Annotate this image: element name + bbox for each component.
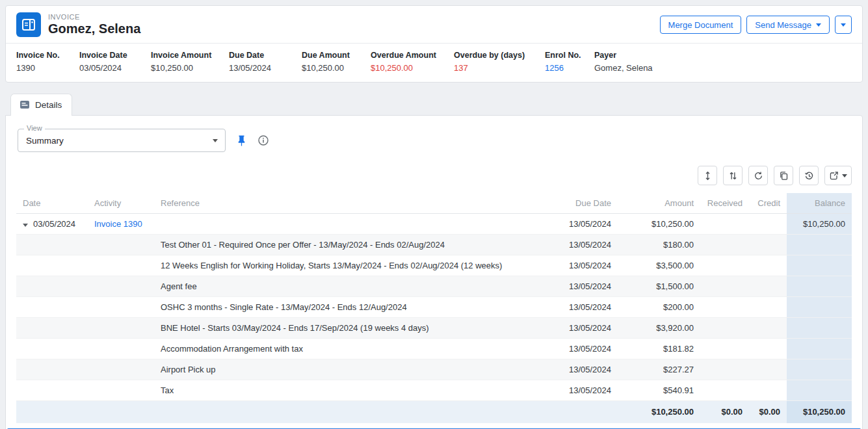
field-invoice-no: Invoice No. 1390 bbox=[16, 51, 79, 73]
collapse-all-icon bbox=[728, 171, 738, 181]
cell-credit bbox=[749, 380, 787, 401]
cell-date bbox=[16, 255, 88, 276]
view-info-button[interactable] bbox=[257, 135, 269, 146]
enrol-no-link[interactable]: 1256 bbox=[545, 63, 588, 73]
cell-date bbox=[16, 380, 88, 401]
details-form-icon bbox=[20, 99, 30, 110]
cell-amount: $3,500.00 bbox=[618, 255, 700, 276]
cell-received bbox=[700, 214, 749, 235]
cell-credit bbox=[749, 214, 787, 235]
invoice-parent-row[interactable]: 03/05/2024 Invoice 1390 13/05/2024 $10,2… bbox=[16, 214, 852, 235]
col-header-amount[interactable]: Amount bbox=[618, 193, 700, 214]
cell-due-date bbox=[540, 401, 618, 424]
col-header-received[interactable]: Received bbox=[700, 193, 749, 214]
invoice-header-card: INVOICE Gomez, Selena Merge Document Sen… bbox=[5, 5, 863, 83]
col-header-due-date[interactable]: Due Date bbox=[540, 193, 618, 214]
view-select[interactable]: View Summary bbox=[18, 129, 226, 152]
pin-view-button[interactable] bbox=[235, 135, 248, 147]
history-button[interactable] bbox=[799, 166, 819, 185]
view-row: View Summary bbox=[16, 129, 852, 152]
caret-down-icon bbox=[213, 139, 218, 142]
col-header-credit[interactable]: Credit bbox=[749, 193, 787, 214]
field-due-date: Due Date 13/05/2024 bbox=[229, 51, 302, 73]
cell-activity bbox=[88, 297, 154, 318]
collapse-all-button[interactable] bbox=[723, 166, 743, 185]
cell-credit bbox=[749, 235, 787, 255]
merge-document-label: Merge Document bbox=[668, 20, 733, 30]
entity-type-label: INVOICE bbox=[48, 13, 140, 21]
line-item-row: OSHC 3 months - Single Rate - 13/May/202… bbox=[16, 297, 852, 318]
field-label: Invoice Date bbox=[79, 51, 144, 60]
cell-amount: $540.91 bbox=[618, 380, 700, 401]
cell-activity bbox=[88, 255, 154, 276]
cell-amount: $181.82 bbox=[618, 339, 700, 359]
line-item-row: Test Other 01 - Required Once per Offer … bbox=[16, 235, 852, 255]
col-header-activity[interactable]: Activity bbox=[88, 193, 154, 214]
cell-activity bbox=[88, 235, 154, 255]
more-actions-button[interactable] bbox=[835, 16, 852, 34]
send-message-button[interactable]: Send Message bbox=[746, 16, 830, 34]
cell-received bbox=[700, 297, 749, 318]
invoice-link[interactable]: Invoice 1390 bbox=[94, 219, 142, 229]
cell-balance bbox=[787, 380, 852, 401]
cell-credit bbox=[749, 255, 787, 276]
cell-activity bbox=[88, 276, 154, 297]
cell-due-date: 13/05/2024 bbox=[540, 276, 618, 297]
tab-details[interactable]: Details bbox=[10, 94, 72, 116]
line-item-row: Agent fee 13/05/2024 $1,500.00 bbox=[16, 276, 852, 297]
header-actions: Merge Document Send Message bbox=[660, 16, 852, 34]
info-icon bbox=[257, 135, 269, 146]
cell-balance bbox=[787, 276, 852, 297]
field-value: 03/05/2024 bbox=[79, 63, 144, 73]
cell-activity: Invoice 1390 bbox=[88, 214, 154, 235]
cell-amount: $1,500.00 bbox=[618, 276, 700, 297]
cell-reference bbox=[154, 401, 540, 424]
tab-details-label: Details bbox=[35, 100, 62, 110]
field-value: $10,250.00 bbox=[302, 63, 364, 73]
refresh-button[interactable] bbox=[748, 166, 768, 185]
field-label: Overdue Amount bbox=[371, 51, 447, 60]
col-header-date[interactable]: Date bbox=[16, 193, 88, 214]
cell-reference: Agent fee bbox=[154, 276, 540, 297]
send-message-label: Send Message bbox=[755, 20, 811, 30]
invoice-summary-strip: Invoice No. 1390 Invoice Date 03/05/2024… bbox=[6, 43, 862, 82]
field-value: $10,250.00 bbox=[371, 63, 447, 73]
grid-header-row: Date Activity Reference Due Date Amount … bbox=[16, 193, 852, 214]
copy-grid-button[interactable] bbox=[774, 166, 793, 185]
cell-due-date: 13/05/2024 bbox=[540, 235, 618, 255]
cell-received bbox=[700, 359, 749, 380]
cell-amount: $10,250.00 bbox=[618, 214, 700, 235]
cell-reference: Accommodation Arrangement with tax bbox=[154, 339, 540, 359]
cell-balance bbox=[787, 235, 852, 255]
cell-credit bbox=[749, 297, 787, 318]
caret-down-icon bbox=[816, 23, 821, 27]
caret-down-icon bbox=[841, 23, 846, 27]
cell-date bbox=[16, 297, 88, 318]
cell-balance bbox=[787, 359, 852, 380]
copy-icon bbox=[779, 171, 789, 181]
col-header-balance[interactable]: Balance bbox=[787, 193, 852, 214]
refresh-icon bbox=[754, 171, 763, 181]
field-value: 137 bbox=[454, 63, 538, 73]
view-select-value: Summary bbox=[26, 136, 64, 146]
field-overdue-amount: Overdue Amount $10,250.00 bbox=[371, 51, 454, 73]
cell-date bbox=[16, 359, 88, 380]
cell-reference: OSHC 3 months - Single Rate - 13/May/202… bbox=[154, 297, 540, 318]
export-icon bbox=[829, 171, 839, 181]
cell-due-date: 13/05/2024 bbox=[540, 297, 618, 318]
grid-toolbar bbox=[16, 166, 852, 185]
cell-amount: $3,920.00 bbox=[618, 318, 700, 339]
row-expander-icon[interactable] bbox=[23, 224, 28, 227]
field-label: Due Amount bbox=[302, 51, 364, 60]
merge-document-button[interactable]: Merge Document bbox=[660, 16, 742, 34]
cell-amount: $200.00 bbox=[618, 297, 700, 318]
cell-due-date: 13/05/2024 bbox=[540, 380, 618, 401]
export-button[interactable] bbox=[824, 166, 852, 185]
cell-activity bbox=[88, 401, 154, 424]
col-header-reference[interactable]: Reference bbox=[154, 193, 540, 214]
cell-credit bbox=[749, 318, 787, 339]
field-due-amount: Due Amount $10,250.00 bbox=[302, 51, 371, 73]
cell-amount: $180.00 bbox=[618, 235, 700, 255]
expand-all-button[interactable] bbox=[698, 166, 717, 185]
field-value: Gomez, Selena bbox=[594, 63, 653, 73]
